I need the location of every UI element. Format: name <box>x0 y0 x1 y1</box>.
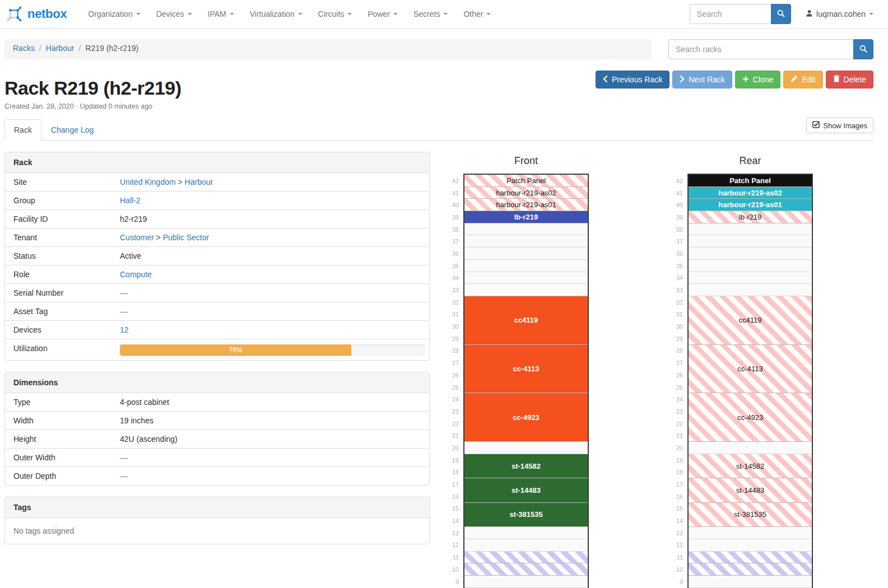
attr-value: 76% <box>115 339 429 360</box>
rack-device-st-14483[interactable]: st-14483 <box>464 478 588 502</box>
rack-unit-empty[interactable] <box>464 284 588 296</box>
attr-link-harbour[interactable]: Harbour <box>185 178 213 186</box>
nav-menu-other[interactable]: Other <box>455 0 499 28</box>
rack-unit-empty[interactable] <box>464 248 588 260</box>
rack-unit-empty[interactable] <box>689 442 812 454</box>
nav-menu-devices[interactable]: Devices <box>148 0 200 28</box>
chevron-right-icon <box>680 75 685 84</box>
rack-unit-empty[interactable] <box>689 576 812 588</box>
global-search-button[interactable] <box>771 4 791 24</box>
attr-link-customer[interactable]: Customer <box>120 233 154 242</box>
search-icon <box>777 10 785 19</box>
attr-link-united-kingdom[interactable]: United Kingdom <box>120 178 176 186</box>
rack-device-harbour-r219-as02[interactable]: harbour-r219-as02 <box>689 187 812 199</box>
rack-unit-empty[interactable] <box>464 527 588 539</box>
rack-unit-empty[interactable] <box>689 272 812 284</box>
rack-unit-empty[interactable] <box>464 539 588 552</box>
rack-unit-empty[interactable] <box>689 235 812 248</box>
delete-button[interactable]: Delete <box>826 71 873 88</box>
attr-row-height: Height42U (ascending) <box>5 430 429 449</box>
rack-device-harbour-r219-as01[interactable]: harbour-r219-as01 <box>689 199 812 211</box>
nav-menu-virtualization[interactable]: Virtualization <box>242 0 310 28</box>
unit-number: 25 <box>670 381 687 394</box>
netbox-logo[interactable]: netbox <box>6 4 67 24</box>
unit-number: 39 <box>445 211 463 223</box>
rack-unit-empty[interactable] <box>464 442 588 454</box>
rack-unit-empty[interactable] <box>464 260 588 272</box>
attr-link-hall-2[interactable]: Hall-2 <box>120 196 141 205</box>
rack-device-cc-4923[interactable]: cc-4923 <box>464 393 588 442</box>
rack-unit-empty[interactable] <box>689 223 812 236</box>
attr-row-asset-tag: Asset Tag— <box>5 302 429 321</box>
unit-number: 38 <box>445 223 463 236</box>
attr-value: — <box>115 467 429 485</box>
rack-unit-reserved <box>689 552 812 564</box>
rack-device-patch-panel[interactable]: Patch Panel <box>689 175 812 187</box>
breadcrumb-item-racks[interactable]: Racks <box>13 44 35 53</box>
attr-row-devices: Devices12 <box>5 321 429 339</box>
tab-change-log[interactable]: Change Log <box>41 119 103 141</box>
unit-number: 42 <box>670 175 687 187</box>
unit-number: 19 <box>445 454 463 466</box>
unit-number: 16 <box>670 491 687 503</box>
rack-unit-empty[interactable] <box>689 539 812 552</box>
clone-button[interactable]: Clone <box>735 71 781 88</box>
rack-device-cc-4113[interactable]: cc-4113 <box>464 345 588 394</box>
attr-value: 4-post cabinet <box>115 393 429 411</box>
edit-button[interactable]: Edit <box>783 71 822 88</box>
breadcrumb-item-harbour[interactable]: Harbour <box>46 44 75 53</box>
chevron-down-icon <box>230 13 234 15</box>
rack-unit-empty[interactable] <box>464 223 588 236</box>
rack-device-cc4119[interactable]: cc4119 <box>464 296 588 345</box>
rack-search-button[interactable] <box>853 39 873 59</box>
attr-label: Status <box>5 247 115 265</box>
attr-link-compute[interactable]: Compute <box>120 270 152 279</box>
unit-number: 15 <box>670 503 687 515</box>
rack-search-input[interactable] <box>668 39 853 59</box>
rack-unit-empty[interactable] <box>464 235 588 248</box>
show-images-button[interactable]: Show Images <box>806 118 873 133</box>
nav-menu-label: Devices <box>156 10 184 18</box>
next-rack-button[interactable]: Next Rack <box>672 71 732 88</box>
attr-row-status: StatusActive <box>5 247 429 265</box>
user-menu[interactable]: luqman.cohen <box>806 10 873 18</box>
rack-device-st-381535[interactable]: st-381535 <box>464 503 588 527</box>
brand-name: netbox <box>27 7 67 21</box>
rack-unit-empty[interactable] <box>689 284 812 296</box>
nav-menu-circuits[interactable]: Circuits <box>310 0 360 28</box>
rack-unit-reserved <box>689 563 812 576</box>
attr-label: Serial Number <box>5 284 115 302</box>
global-search-input[interactable] <box>690 4 771 24</box>
unit-number: 14 <box>445 515 463 527</box>
unit-number: 10 <box>445 563 463 576</box>
nav-menu-secrets[interactable]: Secrets <box>406 0 455 28</box>
pencil-icon <box>791 75 798 84</box>
front-elevation: Front 4241403938373635343332313029282726… <box>445 152 589 588</box>
nav-menu-label: IPAM <box>208 10 226 18</box>
unit-number: 21 <box>670 430 687 442</box>
rack-unit-empty[interactable] <box>689 260 812 272</box>
rack-search <box>668 39 873 59</box>
rack-device-lb-r219[interactable]: lb-r219 <box>464 211 588 223</box>
previous-rack-button[interactable]: Previous Rack <box>596 71 670 88</box>
attr-label: Height <box>5 430 115 448</box>
rack-device-st-14582[interactable]: st-14582 <box>464 454 588 478</box>
rack-unit-empty[interactable] <box>689 248 812 260</box>
rack-unit-empty[interactable] <box>689 527 812 539</box>
unit-number: 9 <box>445 576 463 588</box>
attr-label: Width <box>5 412 115 430</box>
chevron-down-icon <box>136 13 141 15</box>
attr-link-public-sector[interactable]: Public Sector <box>163 233 209 242</box>
rear-elevation: Rear 42414039383736353433323130292827262… <box>670 152 813 588</box>
rack-unit-empty[interactable] <box>464 272 588 284</box>
nav-menu-power[interactable]: Power <box>360 0 406 28</box>
tab-rack[interactable]: Rack <box>4 119 41 141</box>
unit-number: 40 <box>445 199 463 211</box>
rack-unit-empty[interactable] <box>464 576 588 588</box>
unit-number: 33 <box>670 284 687 296</box>
panel-title: Rack <box>5 152 429 173</box>
nav-menu-ipam[interactable]: IPAM <box>200 0 242 28</box>
attr-link-12[interactable]: 12 <box>120 325 129 334</box>
nav-menu-organization[interactable]: Organization <box>80 0 148 28</box>
unit-number: 32 <box>670 296 687 309</box>
